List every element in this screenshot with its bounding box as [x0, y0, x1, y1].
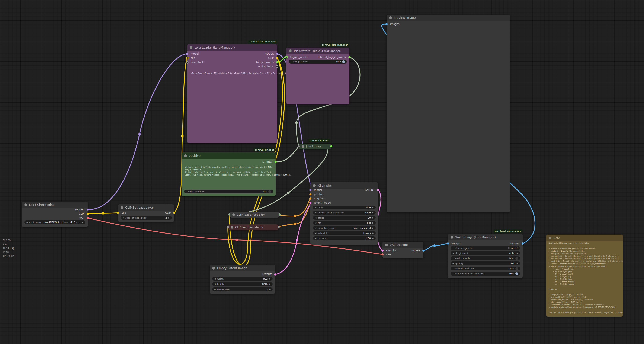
right-arrow-icon[interactable]: ▶	[517, 252, 518, 254]
model-port-dot[interactable]	[87, 208, 89, 211]
right-arrow-icon[interactable]: ▶	[372, 206, 374, 208]
left-arrow-icon[interactable]: ◀	[214, 283, 216, 285]
output-clip[interactable]: CLIP	[268, 56, 277, 60]
output-latent[interactable]: LATENT	[262, 273, 275, 276]
node-positive-prompt[interactable]: comfyui-kjnodes positive STRING highres,…	[182, 152, 276, 196]
input-latent-image[interactable]: latent_image	[310, 201, 331, 204]
collapse-dot-icon[interactable]	[212, 267, 215, 270]
node-graph-canvas[interactable]: T: 0.00s I: 0 N: 14 [14] V: 28 FPS:58.82…	[0, 0, 644, 344]
note-text[interactable]: Available filename_prefix Pattern Codes …	[549, 242, 623, 314]
right-arrow-icon[interactable]: ▶	[372, 212, 374, 214]
image-port-dot[interactable]	[422, 250, 424, 252]
reroute-dot[interactable]	[296, 239, 298, 242]
widget-height[interactable]: ◀ height 1216 ▶	[212, 282, 272, 286]
trigger-words-port-dot[interactable]	[276, 61, 278, 63]
reroute-dot[interactable]	[235, 239, 238, 241]
reroute-dot[interactable]	[138, 133, 141, 136]
output-port-dot[interactable]	[278, 226, 280, 228]
widget-width[interactable]: ◀ width 832 ▶	[212, 277, 272, 281]
loaded-loras-port-dot[interactable]	[276, 65, 278, 68]
node-empty-latent-image[interactable]: Empty Latent Image LATENT ◀ width 832 ▶ …	[210, 265, 275, 294]
collapse-dot-icon[interactable]	[389, 16, 392, 19]
collapse-dot-icon[interactable]	[190, 46, 192, 49]
input-positive[interactable]: positive	[310, 193, 324, 196]
collapse-dot-icon[interactable]	[231, 226, 233, 228]
right-arrow-icon[interactable]: ▶	[372, 227, 374, 229]
right-arrow-icon[interactable]: ▶	[269, 283, 271, 285]
right-arrow-icon[interactable]: ▶	[372, 222, 374, 224]
left-arrow-icon[interactable]: ◀	[214, 278, 216, 280]
right-arrow-icon[interactable]: ▶	[269, 288, 271, 290]
widget-lossless-webp[interactable]: lossless_webp false	[450, 256, 520, 260]
widget-filename-prefix[interactable]: filename_prefix ComfyUI	[450, 246, 520, 250]
collapse-dot-icon[interactable]	[232, 214, 235, 216]
widget-denoise[interactable]: ◀ denoise 1.00 ▶	[313, 236, 376, 240]
output-loaded-loras[interactable]: loaded_loras	[258, 65, 277, 68]
left-arrow-icon[interactable]: ◀	[315, 237, 316, 239]
node-preview-image[interactable]: Preview Image images	[386, 14, 510, 212]
node-header[interactable]: Empty Latent Image	[210, 265, 275, 271]
widget-batch-size[interactable]: ◀ batch_size 3 ▶	[212, 288, 272, 291]
collapse-dot-icon[interactable]	[184, 154, 187, 157]
vae-port-dot[interactable]	[87, 217, 89, 219]
node-vae-decode[interactable]: VAE Decode samples vae IMAGE	[382, 242, 424, 258]
node-join-strings[interactable]: comfyui-kjnodes Join Strings	[299, 144, 331, 149]
model-port-dot[interactable]	[309, 189, 312, 191]
node-header[interactable]: VAE Decode	[382, 242, 424, 248]
input-vae[interactable]: vae	[382, 253, 391, 256]
image-port-dot[interactable]	[522, 242, 524, 244]
node-triggerword-toggle[interactable]: comfyui-lora-manager TriggerWord Toggle …	[286, 48, 350, 104]
input-images[interactable]: images	[386, 22, 400, 26]
widget-embed-workflow[interactable]: embed_workflow false	[450, 266, 520, 270]
left-arrow-icon[interactable]: ◀	[122, 217, 124, 219]
node-header[interactable]: Save Image (LoraManager)	[448, 234, 522, 240]
reroute-dot[interactable]	[102, 212, 104, 214]
clip-port-dot[interactable]	[276, 57, 278, 59]
right-arrow-icon[interactable]: ▶	[372, 237, 374, 239]
output-vae[interactable]: VAE	[79, 216, 88, 220]
left-arrow-icon[interactable]: ◀	[315, 227, 316, 229]
model-port-dot[interactable]	[276, 53, 278, 55]
node-header[interactable]: Load Checkpoint	[22, 202, 88, 208]
widget-strip-newlines[interactable]: strip_newlines false	[184, 190, 273, 194]
toggle-off-icon[interactable]	[268, 190, 271, 193]
trigger-words-port-dot[interactable]	[285, 56, 288, 58]
clip-port-dot[interactable]	[87, 213, 89, 215]
input-port-dot[interactable]	[228, 214, 230, 216]
image-port-dot[interactable]	[447, 242, 449, 244]
reroute-dot[interactable]	[294, 223, 296, 225]
collapse-dot-icon[interactable]	[450, 236, 453, 239]
collapse-dot-icon[interactable]	[302, 145, 304, 148]
output-port-dot[interactable]	[278, 214, 281, 216]
left-arrow-icon[interactable]: ◀	[452, 262, 454, 264]
conditioning-port-dot[interactable]	[309, 193, 312, 195]
reroute-dot[interactable]	[433, 244, 436, 247]
node-header[interactable]: TriggerWord Toggle (LoraManager)	[286, 48, 350, 54]
widget-quality[interactable]: ◀ quality 100 ▶	[450, 262, 520, 265]
filtered-trigger-words-port-dot[interactable]	[348, 56, 350, 58]
input-model[interactable]: model	[310, 188, 322, 192]
output-port-dot[interactable]	[330, 145, 332, 147]
left-arrow-icon[interactable]: ◀	[26, 221, 28, 223]
toggle-off-icon[interactable]	[515, 267, 518, 270]
input-port-dot[interactable]	[298, 145, 300, 147]
output-trigger-words[interactable]: trigger_words	[256, 61, 277, 64]
node-header[interactable]: CLIP Set Last Layer	[118, 204, 174, 211]
node-header[interactable]: Lora Loader (LoraManager)	[187, 44, 277, 51]
widget-control-after-generate[interactable]: ◀ control after generate fixed ▶	[313, 211, 376, 214]
widget-group-mode[interactable]: group_mode true	[289, 60, 347, 64]
image-port-dot[interactable]	[386, 23, 388, 25]
right-arrow-icon[interactable]: ▶	[82, 221, 84, 223]
output-clip[interactable]: CLIP	[79, 212, 88, 215]
model-port-dot[interactable]	[186, 53, 188, 55]
node-save-image[interactable]: comfyui-lora-manager Save Image (LoraMan…	[448, 234, 522, 278]
lora-syntax-text[interactable]: <lora:CreateConcept_Illustrious:0.8> <lo…	[191, 72, 287, 74]
node-header[interactable]: Preview Image	[386, 14, 510, 21]
latent-port-dot[interactable]	[382, 250, 384, 252]
vae-port-dot[interactable]	[382, 253, 384, 256]
output-latent[interactable]: LATENT	[365, 188, 378, 192]
node-lora-loader[interactable]: comfyui-lora-manager Lora Loader (LoraMa…	[187, 44, 277, 143]
output-clip[interactable]: CLIP	[165, 211, 174, 214]
input-trigger-words[interactable]: trigger_words	[286, 56, 308, 59]
latent-port-dot[interactable]	[274, 274, 276, 276]
